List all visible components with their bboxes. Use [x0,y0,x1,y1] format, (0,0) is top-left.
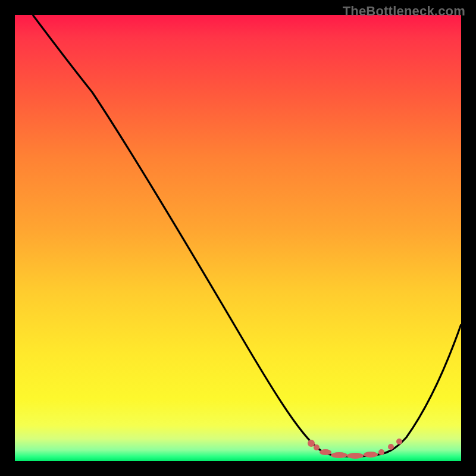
svg-point-2 [320,449,331,455]
bottleneck-curve [33,15,461,456]
svg-point-3 [331,452,347,458]
flat-region-markers [308,439,402,459]
watermark-text: TheBottleneck.com [343,4,465,19]
svg-point-4 [347,453,364,459]
svg-point-7 [388,444,394,450]
chart-container: TheBottleneck.com [0,0,476,476]
svg-point-8 [396,439,402,444]
svg-point-1 [314,444,320,450]
curve-layer [15,15,461,461]
svg-point-0 [308,440,315,447]
svg-point-5 [364,452,378,458]
svg-point-6 [378,449,384,455]
